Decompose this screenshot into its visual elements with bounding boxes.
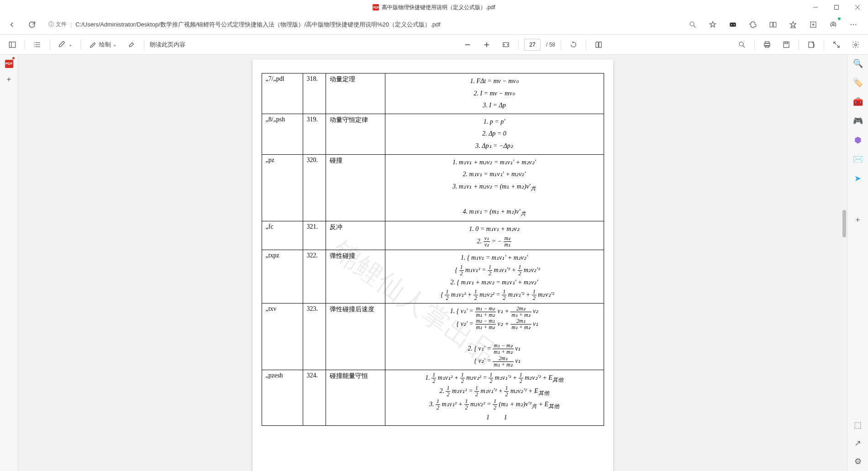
toolbox-panel-icon[interactable]: 🧰 — [853, 97, 863, 107]
name-cell: 动量定理 — [326, 73, 385, 114]
site-info-icon[interactable]: ⓘ 文件 — [48, 21, 67, 28]
scrollbar-thumb[interactable] — [842, 210, 846, 237]
formula-cell: 1. { m₁v₁ = m₁v₁′ + m₂v₂′ { 12 m₁v₁² = 1… — [385, 250, 604, 304]
svg-point-15 — [832, 23, 835, 25]
separator — [80, 40, 81, 50]
page-total-label: / 58 — [546, 42, 555, 48]
svg-point-8 — [734, 24, 735, 25]
outlook-panel-icon[interactable]: ✉️ — [853, 154, 863, 164]
settings-panel-icon[interactable]: ⚙ — [854, 456, 862, 466]
svg-point-4 — [690, 22, 694, 26]
personal-icon[interactable] — [826, 17, 841, 32]
maximize-button[interactable] — [826, 0, 847, 15]
add-panel-icon[interactable]: + — [855, 215, 860, 225]
formula-cell: 1. p = p′2. Δp = 03. Δp₁ = −Δp₂ — [385, 114, 604, 154]
sidebar-toggle-icon[interactable] — [5, 37, 19, 52]
print-icon[interactable] — [760, 37, 774, 52]
office-panel-icon[interactable]: ⬢ — [854, 135, 862, 145]
window-controls — [805, 0, 868, 15]
svg-rect-1 — [835, 5, 839, 10]
navbar-right — [685, 17, 864, 32]
zoom-icon[interactable] — [685, 17, 700, 32]
new-tab-button[interactable]: + — [7, 75, 11, 84]
screenshot-icon[interactable]: ⬚ — [854, 420, 862, 430]
pdf-tab[interactable]: PDF — [5, 58, 13, 68]
protocol-label: 文件 — [56, 21, 67, 28]
svg-rect-6 — [730, 22, 736, 26]
window-title: PDF 高中版物理快捷键使用说明（定义公式版）.pdf — [373, 4, 495, 11]
num-cell: 318. — [303, 73, 326, 114]
table-row: „8/„psh 319. 动量守恒定律 1. p = p′2. Δp = 03.… — [262, 114, 604, 154]
formula-cell: 1. { v₁′ = m₁ − m₂m₁ + m₂ v₁ + 2m₂m₁ + m… — [385, 304, 604, 370]
svg-point-43 — [855, 43, 857, 46]
name-cell: 碰撞 — [326, 154, 385, 221]
video-icon[interactable] — [726, 17, 740, 32]
svg-rect-37 — [765, 45, 769, 47]
num-cell: 324. — [303, 370, 326, 426]
address-bar[interactable]: ⓘ 文件 | C:/Users/Administrator/Desktop/数学… — [44, 17, 682, 32]
settings-icon[interactable] — [849, 37, 863, 52]
svg-point-7 — [731, 24, 732, 25]
split-icon[interactable] — [766, 17, 780, 32]
separator — [561, 40, 561, 50]
code-cell: „fc — [262, 221, 303, 250]
erase-icon[interactable] — [125, 37, 138, 52]
window-title-text: 高中版物理快捷键使用说明（定义公式版）.pdf — [382, 4, 495, 11]
games-panel-icon[interactable]: 🎮 — [853, 116, 863, 126]
side-panel: 🔍 🏷️ 🧰 🎮 ⬢ ✉️ ➤ + ⬚ ↗ ⚙ — [847, 55, 868, 471]
table-row: „pzesh 324. 碰撞能量守恒 1. 12 m₁v₁² + 12 m₂v₂… — [262, 370, 604, 426]
favorite-icon[interactable] — [705, 17, 720, 32]
share-icon[interactable]: ↗ — [854, 438, 861, 448]
save-as-icon[interactable] — [805, 37, 818, 52]
page-view-icon[interactable] — [592, 37, 605, 52]
read-aloud-button[interactable]: 朗读此页内容 — [150, 41, 185, 49]
num-cell: 322. — [303, 250, 326, 304]
pdf-icon: PDF — [373, 4, 379, 10]
more-icon[interactable] — [846, 17, 861, 32]
minimize-button[interactable] — [805, 0, 826, 15]
svg-point-18 — [855, 24, 856, 25]
pdf-viewer[interactable]: 锦鲤仙人掌出品 „7/„pdl 318. 动量定理 1. FΔt = mv − … — [18, 55, 847, 471]
toolbar-right: / 58 — [461, 37, 863, 52]
window-titlebar: PDF 高中版物理快捷键使用说明（定义公式版）.pdf — [0, 0, 868, 15]
send-panel-icon[interactable]: ➤ — [854, 173, 861, 183]
rotate-icon[interactable] — [567, 37, 580, 52]
separator — [50, 40, 50, 50]
highlight-dropdown[interactable]: ⌄ — [56, 37, 75, 52]
separator — [25, 40, 25, 50]
num-cell: 319. — [303, 114, 326, 154]
contents-icon[interactable] — [31, 37, 44, 52]
name-cell: 弹性碰撞 — [326, 250, 385, 304]
pdf-toolbar: ⌄ 绘制⌄ 朗读此页内容 / 58 — [0, 35, 868, 55]
formula-cell: 1. m₁v₁ + m₂v₂ = m₁v₁′ + m₂v₂′2. m₁v₁ = … — [385, 154, 604, 221]
tag-panel-icon[interactable]: 🏷️ — [853, 78, 863, 88]
refresh-button[interactable] — [24, 16, 40, 33]
separator — [518, 40, 519, 50]
svg-point-16 — [851, 24, 852, 25]
page-number-input[interactable] — [524, 39, 541, 51]
num-cell: 321. — [303, 221, 326, 250]
back-button[interactable] — [4, 16, 20, 33]
formula-table: „7/„pdl 318. 动量定理 1. FΔt = mv − mv₀2. I … — [262, 73, 604, 426]
zoom-in-button[interactable] — [480, 37, 494, 52]
num-cell: 323. — [303, 304, 326, 370]
svg-rect-38 — [784, 42, 789, 47]
extensions-icon[interactable] — [746, 17, 760, 32]
zoom-out-button[interactable] — [461, 37, 474, 52]
collections-icon[interactable] — [806, 17, 821, 32]
svg-line-34 — [743, 46, 745, 47]
code-cell: „pzesh — [262, 370, 303, 426]
search-panel-icon[interactable]: 🔍 — [853, 58, 863, 68]
fit-icon[interactable] — [499, 37, 513, 52]
close-button[interactable] — [847, 0, 868, 15]
fullscreen-icon[interactable] — [830, 37, 843, 52]
code-cell: „txv — [262, 304, 303, 370]
favorites-bar-icon[interactable] — [786, 17, 800, 32]
save-icon[interactable] — [779, 37, 793, 52]
svg-rect-9 — [770, 22, 773, 27]
code-cell: „pz — [262, 154, 303, 221]
formula-cell: 1. FΔt = mv − mv₀2. I = mv − mv₀3. I = Δ… — [385, 73, 604, 114]
find-icon[interactable] — [735, 37, 749, 52]
name-cell: 弹性碰撞后速度 — [326, 304, 385, 370]
draw-dropdown[interactable]: 绘制⌄ — [86, 37, 119, 52]
